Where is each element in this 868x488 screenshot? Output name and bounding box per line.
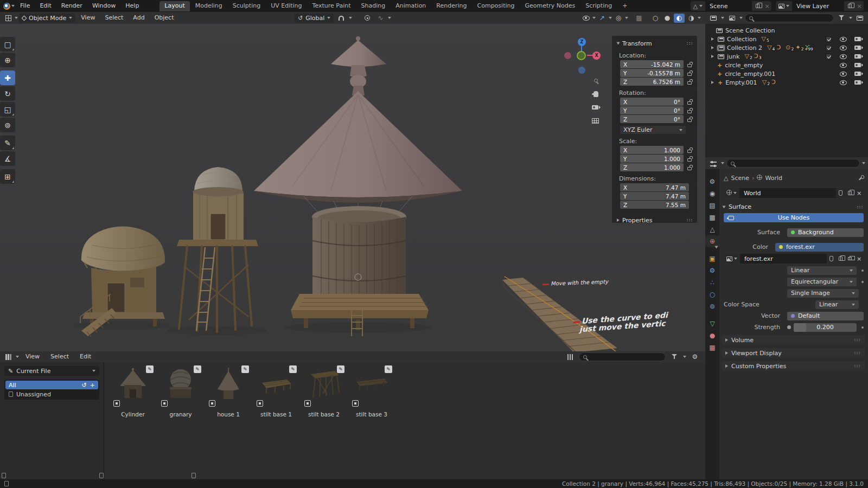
lock-icon[interactable] — [686, 108, 693, 113]
unlink-button[interactable]: × — [854, 254, 864, 264]
disable-render-toggle[interactable] — [852, 37, 864, 41]
transform-panel-header[interactable]: Transform — [617, 38, 693, 48]
animate-dot-icon[interactable] — [861, 281, 864, 283]
viewport-menu-select[interactable]: Select — [100, 12, 127, 24]
workspace-tab-animation[interactable]: Animation — [391, 1, 431, 11]
asset-edit-icon[interactable]: ✎ — [337, 365, 344, 373]
snap-magnet-icon[interactable] — [336, 14, 347, 23]
outliner-display-mode-button[interactable] — [726, 14, 737, 23]
ortho-grid-icon[interactable] — [589, 115, 601, 127]
gizmos-icon[interactable]: ↗ — [597, 14, 608, 23]
falloff-icon[interactable]: ∿ — [375, 14, 386, 23]
tab-output[interactable]: ▤ — [705, 200, 719, 211]
asset-search-input[interactable] — [579, 352, 666, 361]
location-y-field[interactable]: Y-0.15578 m — [620, 69, 684, 77]
outliner-row-circle-empty-001[interactable]: + circle_empty.001 — [705, 69, 868, 78]
expand-icon[interactable] — [715, 246, 718, 248]
collection-checkbox[interactable] — [822, 54, 834, 60]
fake-user-button[interactable] — [836, 188, 845, 198]
asset-card-granary[interactable]: ✎ granary — [157, 364, 205, 419]
workspace-tab-texture-paint[interactable]: Texture Paint — [308, 1, 356, 11]
editor-type-button[interactable] — [3, 14, 14, 23]
gizmo-center[interactable] — [577, 51, 586, 60]
location-x-field[interactable]: X-15.042 m — [620, 60, 684, 68]
panel-drag-handle[interactable] — [686, 219, 693, 222]
workspace-tab-sculpting[interactable]: Sculpting — [228, 1, 265, 11]
tab-texture[interactable]: ▦ — [705, 342, 719, 354]
view-layer-icon[interactable] — [776, 1, 792, 11]
asset-card-stilt-base-2[interactable]: ✎ stilt base 2 — [300, 364, 348, 419]
world-name-field[interactable]: World — [739, 188, 836, 198]
tool-rotate-button[interactable]: ↻ — [0, 86, 15, 101]
collection-checkbox[interactable] — [822, 36, 834, 42]
scene-name-field[interactable]: Scene — [705, 1, 752, 11]
workspace-tab-layout[interactable]: Layout — [159, 1, 189, 11]
viewport-menu-view[interactable]: View — [76, 12, 99, 24]
workspace-tab-scripting[interactable]: Scripting — [580, 1, 617, 11]
hide-viewport-toggle[interactable] — [837, 63, 849, 68]
outliner-search-input[interactable] — [745, 14, 834, 22]
tab-object[interactable]: ▣ — [705, 253, 719, 265]
catalog-refresh-icon[interactable]: ↺ — [82, 382, 87, 389]
surface-panel-header[interactable]: Surface — [723, 203, 864, 210]
viewport-menu-add[interactable]: Add — [129, 12, 149, 24]
workspace-tab-geometry-nodes[interactable]: Geometry Nodes — [520, 1, 580, 11]
strength-slider[interactable]: 0.200 — [794, 323, 857, 332]
new-collection-button[interactable] — [854, 14, 865, 23]
asset-filter-button[interactable] — [669, 352, 680, 362]
gizmo-x-axis[interactable]: X — [592, 52, 601, 60]
tab-physics[interactable]: ○ — [705, 288, 719, 300]
breadcrumb-world[interactable]: World — [765, 175, 782, 182]
region-corner-icon[interactable] — [99, 473, 104, 478]
asset-menu-select[interactable]: Select — [46, 351, 73, 363]
add-workspace-button[interactable]: + — [617, 1, 632, 11]
hide-viewport-toggle[interactable] — [837, 80, 849, 85]
panel-drag-handle[interactable] — [854, 364, 861, 368]
surface-shader-field[interactable]: Background — [787, 228, 864, 237]
interpolation-dropdown[interactable]: Linear — [787, 266, 857, 275]
lock-icon[interactable] — [686, 156, 693, 162]
workspace-tab-rendering[interactable]: Rendering — [431, 1, 471, 11]
asset-edit-icon[interactable]: ✎ — [194, 365, 201, 373]
rotation-mode-dropdown[interactable]: XYZ Euler — [620, 126, 686, 134]
panel-drag-handle[interactable] — [857, 206, 864, 209]
region-corner-icon[interactable] — [192, 473, 196, 478]
asset-edit-icon[interactable]: ✎ — [289, 365, 297, 373]
projection-dropdown[interactable]: Equirectangular — [787, 278, 857, 286]
asset-source-dropdown[interactable]: ✎ Current File — [4, 366, 99, 376]
asset-edit-icon[interactable]: ✎ — [385, 365, 392, 373]
menu-render[interactable]: Render — [57, 0, 87, 12]
view-layer-delete-button[interactable]: × — [855, 3, 864, 10]
pin-icon[interactable] — [859, 175, 864, 180]
outliner-editor-type-button[interactable] — [708, 14, 719, 23]
catalog-unassigned-row[interactable]: Unassigned — [5, 390, 98, 399]
breadcrumb-scene[interactable]: Scene — [731, 175, 749, 182]
xray-toggle-icon[interactable]: ▩ — [634, 14, 644, 23]
copy-datablock-button[interactable] — [845, 188, 854, 198]
hide-viewport-toggle[interactable] — [837, 72, 849, 76]
tab-render[interactable]: ◉ — [705, 188, 719, 200]
gizmo-z-negative[interactable] — [578, 67, 585, 74]
asset-menu-view[interactable]: View — [21, 351, 44, 363]
catalog-add-icon[interactable]: + — [90, 382, 95, 389]
tab-particles[interactable]: ∴ — [705, 277, 719, 288]
tab-view-layer[interactable]: ▦ — [705, 211, 719, 223]
menu-help[interactable]: Help — [121, 0, 143, 12]
animate-dot-icon[interactable] — [861, 326, 864, 329]
outliner-filter-button[interactable] — [836, 14, 847, 23]
source-dropdown[interactable]: Single Image — [787, 289, 859, 298]
use-nodes-button[interactable]: Use Nodes — [724, 213, 864, 222]
viewport-display-panel[interactable]: Viewport Display — [722, 348, 865, 358]
blender-logo-icon[interactable] — [3, 3, 10, 10]
tab-material[interactable]: ● — [705, 330, 719, 342]
tool-cursor-button[interactable]: ⊕ — [0, 53, 15, 67]
outliner-row-collection[interactable]: Collection ▽5 — [705, 35, 868, 43]
catalog-all-row[interactable]: All ↺ + — [5, 381, 98, 389]
custom-properties-panel[interactable]: Custom Properties — [722, 361, 865, 371]
tool-transform-button[interactable]: ⊚ — [0, 118, 15, 132]
asset-card-stilt-base-1[interactable]: ✎ stilt base 1 — [252, 364, 300, 419]
menu-edit[interactable]: Edit — [35, 0, 55, 12]
lock-icon[interactable] — [686, 62, 693, 67]
shading-material-icon[interactable]: ◐ — [674, 14, 685, 23]
pack-image-button[interactable] — [845, 254, 854, 264]
